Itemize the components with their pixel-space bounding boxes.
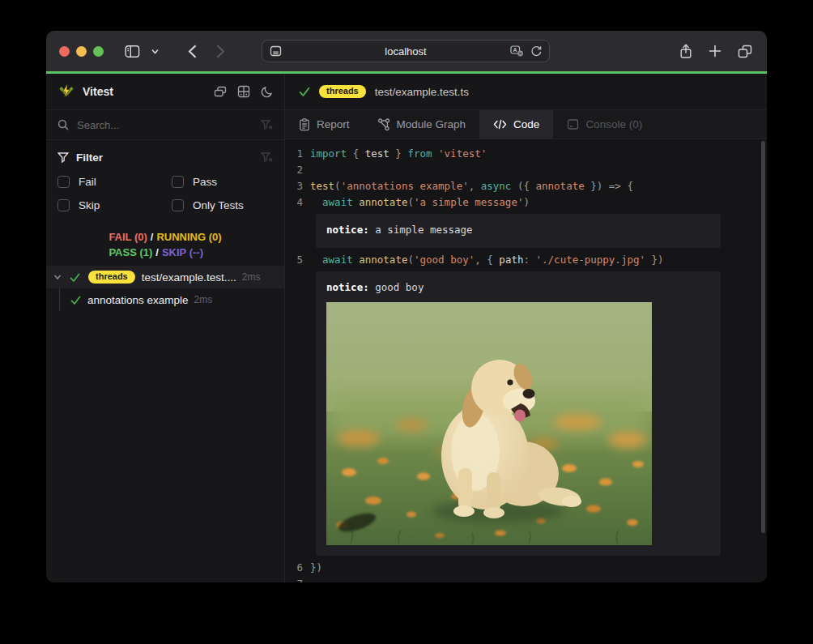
line-number: 4: [292, 194, 303, 211]
line-number: 7: [292, 576, 303, 582]
forward-button-icon[interactable]: [216, 45, 225, 58]
fail-count: FAIL (0): [109, 231, 147, 243]
code-text: }): [310, 560, 322, 576]
check-icon: [70, 272, 80, 283]
search-icon: [57, 119, 69, 130]
code-line: 2: [285, 162, 767, 178]
svg-text:A: A: [513, 47, 517, 53]
vitest-sidebar: Vitest: [46, 74, 285, 582]
test-case-name: annotations example: [87, 294, 189, 306]
dark-mode-moon-icon[interactable]: [261, 86, 273, 98]
page-settings-icon[interactable]: [270, 45, 282, 57]
file-header: threads test/example.test.ts: [285, 74, 767, 110]
test-file-row[interactable]: threads test/example.test.... 2ms: [46, 266, 284, 288]
back-button-icon[interactable]: [188, 45, 197, 58]
test-tree: threads test/example.test.... 2ms annota…: [46, 266, 284, 311]
traffic-lights: [59, 46, 104, 57]
filter-checkbox-skip[interactable]: Skip: [57, 197, 172, 214]
filter-title: Filter: [76, 151, 103, 164]
pool-badge: threads: [88, 271, 135, 284]
notice-text: a simple message: [369, 224, 473, 236]
tab-module-graph[interactable]: Module Graph: [364, 110, 480, 139]
minimize-window-button[interactable]: [76, 46, 87, 57]
search-input[interactable]: [77, 119, 253, 131]
check-icon: [70, 295, 81, 305]
open-file-name: test/example.test.ts: [375, 86, 469, 98]
vitest-logo-icon: [57, 83, 75, 100]
code-line: 1import { test } from 'vitest': [285, 146, 767, 162]
translate-icon[interactable]: A: [510, 45, 524, 57]
checkbox-icon[interactable]: [172, 199, 184, 211]
browser-toolbar: localhost A: [46, 31, 767, 71]
pool-badge: threads: [319, 85, 366, 98]
tab-overview-icon[interactable]: [738, 45, 752, 58]
pass-count: PASS (1): [109, 246, 152, 258]
expand-chevron-down-icon[interactable]: [53, 272, 62, 282]
test-case-row[interactable]: annotations example 2ms: [46, 288, 284, 311]
code-editor[interactable]: 1import { test } from 'vitest'23test('an…: [285, 139, 767, 582]
scrollbar-thumb[interactable]: [761, 141, 765, 533]
coverage-grid-icon[interactable]: [237, 85, 250, 98]
module-graph-icon: [377, 118, 390, 131]
new-tab-icon[interactable]: [709, 45, 721, 58]
clear-search-filter-icon[interactable]: [261, 120, 273, 130]
code-text: await annotate('a simple message'): [310, 194, 530, 211]
line-number: 2: [292, 162, 303, 178]
filter-checkbox-only-tests[interactable]: Only Tests: [172, 197, 273, 214]
annotation-box: notice: a simple message: [316, 214, 721, 248]
annotation-notice: notice: good boy: [326, 280, 710, 295]
panel-tabs: Report Module Graph: [285, 110, 767, 139]
test-file-name: test/example.test....: [142, 271, 236, 284]
test-file-duration: 2ms: [242, 271, 261, 283]
sidebar-toggle-icon[interactable]: [125, 45, 140, 58]
tab-report[interactable]: Report: [285, 110, 364, 139]
code-text: test('annotations example', async ({ ann…: [310, 178, 633, 194]
tab-console[interactable]: Console (0): [553, 110, 656, 139]
notice-text: good boy: [369, 281, 424, 293]
filter-section: Filter Fail Pass: [46, 140, 284, 214]
checkbox-icon[interactable]: [57, 176, 70, 188]
report-icon: [299, 118, 310, 131]
url-text: localhost: [262, 45, 549, 58]
code-line: 6}): [285, 560, 767, 576]
code-icon: [493, 119, 507, 130]
test-case-duration: 2ms: [194, 294, 213, 305]
check-icon: [299, 86, 310, 97]
code-content: 1import { test } from 'vitest'23test('an…: [285, 146, 767, 582]
share-icon[interactable]: [679, 44, 692, 59]
checkbox-icon[interactable]: [57, 199, 70, 211]
code-text: import { test } from 'vitest': [310, 146, 487, 162]
tab-code[interactable]: Code: [479, 110, 553, 139]
main-panel: threads test/example.test.ts Report: [285, 74, 767, 582]
line-number: 5: [292, 252, 303, 268]
address-bar[interactable]: localhost A: [262, 40, 550, 62]
sidebar-dropdown-chevron-icon[interactable]: [151, 49, 159, 54]
code-line: 7: [285, 576, 767, 582]
clear-filters-icon[interactable]: [261, 152, 273, 163]
test-stats: FAIL (0)/RUNNING (0) PASS (1)/SKIP (--): [46, 229, 284, 260]
browser-window: localhost A: [46, 31, 767, 582]
annotation-image-cute-puppy: [326, 302, 652, 545]
line-number: 6: [292, 560, 303, 576]
line-number: 1: [292, 146, 303, 162]
search-row: [46, 110, 284, 140]
reload-icon[interactable]: [530, 45, 542, 57]
filter-checkbox-pass[interactable]: Pass: [172, 173, 273, 190]
checkbox-icon[interactable]: [172, 176, 184, 188]
sidebar-header: Vitest: [46, 74, 284, 110]
filter-checkbox-fail[interactable]: Fail: [57, 173, 172, 190]
console-icon: [567, 118, 579, 130]
notice-label: notice:: [326, 281, 369, 293]
line-number: 3: [292, 178, 303, 194]
close-window-button[interactable]: [59, 46, 70, 57]
notice-label: notice:: [326, 224, 369, 236]
filter-options: Fail Pass Skip Only Tests: [57, 173, 273, 214]
code-line: 4 await annotate('a simple message'): [285, 194, 767, 211]
annotation-box: notice: good boy: [316, 271, 721, 556]
zoom-window-button[interactable]: [93, 46, 104, 57]
running-count: RUNNING (0): [156, 231, 221, 243]
code-line: 5 await annotate('good boy', { path: './…: [285, 252, 767, 268]
code-line: 3test('annotations example', async ({ an…: [285, 178, 767, 194]
dashboard-windows-icon[interactable]: [214, 86, 227, 98]
app-title: Vitest: [83, 85, 113, 98]
